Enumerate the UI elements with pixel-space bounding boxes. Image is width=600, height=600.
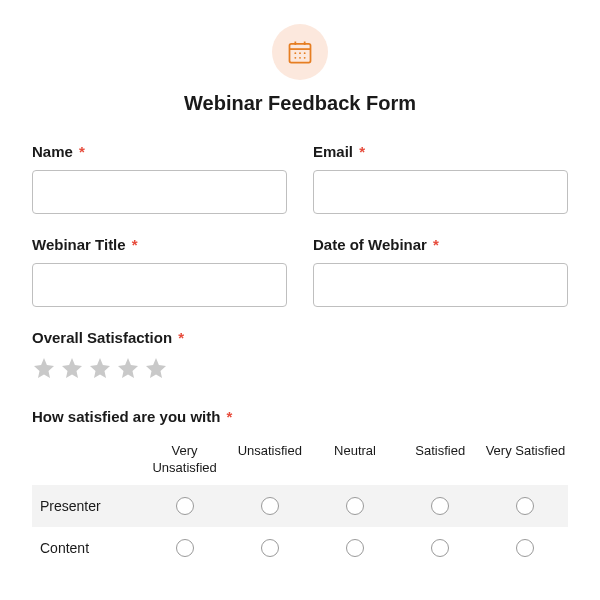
matrix-row-content: Content <box>32 527 568 569</box>
matrix-label: How satisfied are you with * <box>32 408 568 425</box>
matrix-radio[interactable] <box>516 539 534 557</box>
date-label: Date of Webinar * <box>313 236 568 253</box>
matrix-col-header: Neutral <box>312 435 397 485</box>
name-input[interactable] <box>32 170 287 214</box>
star-icon[interactable] <box>116 356 140 380</box>
star-icon[interactable] <box>144 356 168 380</box>
matrix-radio[interactable] <box>261 497 279 515</box>
matrix-radio[interactable] <box>346 539 364 557</box>
webinar-title-label: Webinar Title * <box>32 236 287 253</box>
matrix-radio[interactable] <box>261 539 279 557</box>
svg-point-5 <box>299 52 301 54</box>
svg-point-9 <box>304 57 306 59</box>
svg-point-8 <box>299 57 301 59</box>
matrix-radio[interactable] <box>431 497 449 515</box>
svg-point-4 <box>294 52 296 54</box>
star-icon[interactable] <box>32 356 56 380</box>
overall-satisfaction-label: Overall Satisfaction * <box>32 329 568 346</box>
satisfaction-matrix: Very Unsatisfied Unsatisfied Neutral Sat… <box>32 435 568 569</box>
svg-point-7 <box>294 57 296 59</box>
matrix-row-label: Content <box>32 540 142 556</box>
star-rating[interactable] <box>32 356 568 380</box>
svg-point-6 <box>304 52 306 54</box>
date-input[interactable] <box>313 263 568 307</box>
calendar-icon <box>272 24 328 80</box>
matrix-row-label: Presenter <box>32 498 142 514</box>
matrix-radio[interactable] <box>431 539 449 557</box>
email-input[interactable] <box>313 170 568 214</box>
matrix-radio[interactable] <box>176 539 194 557</box>
matrix-row-presenter: Presenter <box>32 485 568 527</box>
matrix-radio[interactable] <box>516 497 534 515</box>
matrix-radio[interactable] <box>346 497 364 515</box>
page-title: Webinar Feedback Form <box>32 92 568 115</box>
matrix-col-header: Very Unsatisfied <box>142 435 227 485</box>
matrix-radio[interactable] <box>176 497 194 515</box>
matrix-col-header: Very Satisfied <box>483 435 568 485</box>
webinar-title-input[interactable] <box>32 263 287 307</box>
name-label: Name * <box>32 143 287 160</box>
matrix-col-header: Satisfied <box>398 435 483 485</box>
star-icon[interactable] <box>60 356 84 380</box>
star-icon[interactable] <box>88 356 112 380</box>
email-label: Email * <box>313 143 568 160</box>
matrix-col-header: Unsatisfied <box>227 435 312 485</box>
